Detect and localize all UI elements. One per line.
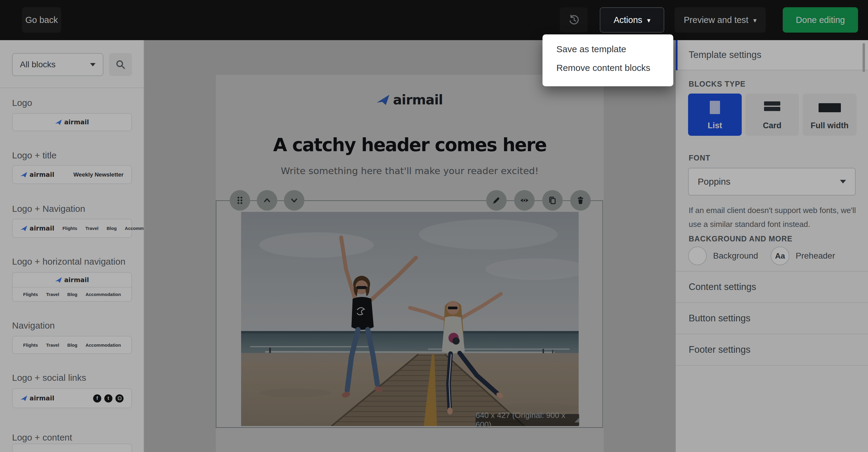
modal-dim-overlay [0, 0, 868, 452]
actions-button[interactable]: Actions ▾ [600, 7, 664, 33]
actions-dropdown-menu: Save as template Remove content blocks [542, 34, 673, 86]
menu-item-save-as-template[interactable]: Save as template [542, 40, 673, 59]
actions-label: Actions [614, 15, 642, 25]
chevron-down-icon: ▾ [647, 17, 650, 24]
menu-item-remove-content-blocks[interactable]: Remove content blocks [542, 59, 673, 77]
